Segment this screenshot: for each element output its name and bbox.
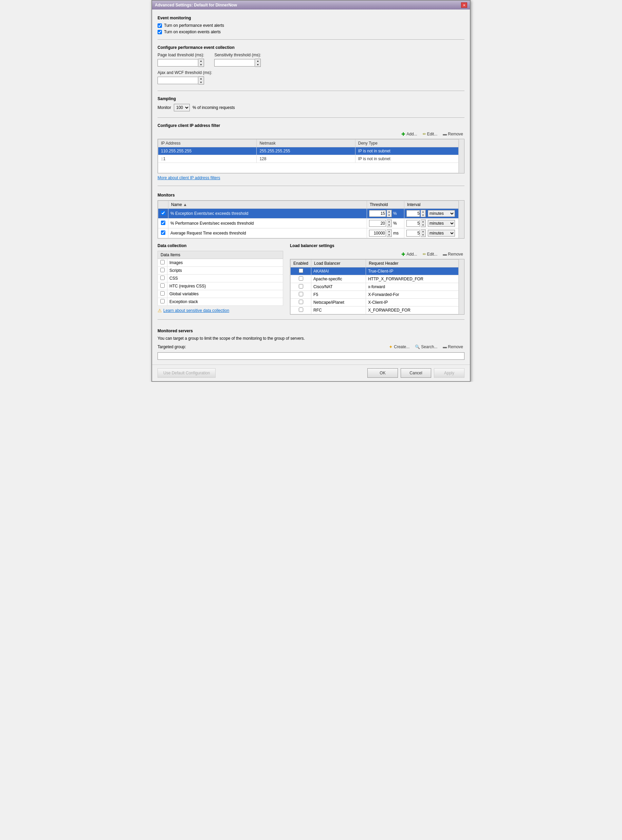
threshold-down[interactable]: ▼ [387, 233, 392, 237]
title-bar: Advanced Settings: Default for DinnerNow… [152, 1, 470, 9]
sampling-row: Monitor 100 75 50 25 10 % of incoming re… [157, 104, 465, 111]
ip-remove-label: Remove [448, 132, 463, 137]
close-button[interactable]: ✕ [461, 2, 467, 8]
monitor-checkbox[interactable] [161, 230, 165, 235]
page-load-spinner: 15000 ▲ ▼ [157, 59, 204, 67]
lb-header-cell: X-Forwarded-For [366, 291, 459, 299]
threshold-up[interactable]: ▲ [387, 220, 392, 223]
lb-enabled-checkbox[interactable] [299, 292, 303, 296]
monitor-threshold-input[interactable] [369, 230, 386, 237]
table-row[interactable]: F5 X-Forwarded-For [291, 291, 459, 299]
monitor-name-cell: % Performance Events/sec exceeds thresho… [168, 219, 367, 228]
ip-remove-button[interactable]: ▬ Remove [441, 131, 465, 137]
item-exception-label: Exception stack [168, 298, 283, 306]
ip-filter-link[interactable]: More about client IP address filters [157, 175, 220, 180]
sampling-select[interactable]: 100 75 50 25 10 [174, 104, 190, 111]
monitor-interval-input[interactable] [406, 220, 420, 227]
monitor-row[interactable]: Average Request Time exceeds threshold ▲… [158, 228, 459, 238]
ajax-label: Ajax and WCF threshold (ms): [157, 70, 465, 75]
table-row[interactable]: Cisco/NAT x-forward [291, 283, 459, 291]
item-css-checkbox[interactable] [160, 275, 165, 280]
apply-button[interactable]: Apply [434, 368, 465, 378]
ip-cell: ::1 [158, 155, 257, 163]
bottom-bar: Use Default Configuration OK Cancel Appl… [152, 365, 470, 381]
page-load-input[interactable]: 15000 [157, 59, 198, 67]
table-row[interactable]: RFC X_FORWARDED_FOR [291, 306, 459, 314]
sensitivity-label: Sensitivity threshold (ms): [214, 53, 261, 57]
item-scripts-checkbox[interactable] [160, 268, 165, 272]
interval-unit-select[interactable]: minutes hours seconds [428, 230, 455, 237]
monitor-row[interactable]: % Performance Events/sec exceeds thresho… [158, 219, 459, 228]
interval-down[interactable]: ▼ [421, 213, 425, 217]
ip-filter-title: Configure client IP address filter [157, 123, 465, 128]
targeted-search-button[interactable]: 🔍 Search... [413, 344, 439, 350]
lb-enabled-checkbox[interactable] [299, 268, 303, 273]
item-exception-checkbox[interactable] [160, 299, 165, 303]
monitor-row[interactable]: % Exception Events/sec exceeds threshold… [158, 209, 459, 219]
page-load-up-btn[interactable]: ▲ [198, 59, 204, 63]
threshold-up[interactable]: ▲ [387, 210, 392, 213]
ajax-up-btn[interactable]: ▲ [198, 77, 204, 81]
perf-alert-checkbox[interactable] [157, 23, 162, 28]
monitor-checkbox[interactable] [161, 221, 165, 225]
interval-unit-select[interactable]: minutes hours seconds [428, 210, 455, 217]
lb-remove-button[interactable]: ▬ Remove [441, 251, 465, 257]
sensitivity-spinner-btns: ▲ ▼ [255, 59, 261, 67]
lb-table-scrollbar[interactable] [459, 259, 464, 314]
sensitivity-input[interactable]: 3000 [214, 59, 255, 67]
netmask-col-header: Netmask [257, 140, 355, 147]
targeted-remove-button[interactable]: ▬ Remove [441, 344, 465, 350]
threshold-fields: Page load threshold (ms): 15000 ▲ ▼ Sens… [157, 53, 465, 67]
lb-enabled-checkbox[interactable] [299, 284, 303, 289]
lb-enabled-checkbox[interactable] [299, 300, 303, 304]
use-default-button[interactable]: Use Default Configuration [157, 368, 216, 378]
monitor-checkbox[interactable] [161, 211, 165, 215]
monitor-interval-input[interactable] [406, 230, 420, 237]
table-row[interactable]: AKAMAI True-Client-IP [291, 268, 459, 275]
sensitivity-field: Sensitivity threshold (ms): 3000 ▲ ▼ [214, 53, 261, 67]
sensitivity-down-btn[interactable]: ▼ [255, 63, 261, 67]
ajax-input[interactable]: 5000 [157, 77, 198, 84]
item-images-checkbox[interactable] [160, 260, 165, 265]
ok-button[interactable]: OK [367, 368, 398, 378]
table-row[interactable]: ::1 128 IP is not in subnet [158, 155, 459, 163]
ip-add-button[interactable]: ✚ Add... [400, 131, 418, 137]
lb-edit-button[interactable]: ✏ Edit... [421, 251, 439, 257]
list-item: Global variables [158, 290, 283, 298]
table-row[interactable]: Netscape/iPlanet X-Client-IP [291, 299, 459, 306]
item-htc-checkbox[interactable] [160, 283, 165, 288]
table-row[interactable]: 110.255.255.255 255.255.255.255 IP is no… [158, 147, 459, 155]
monitor-interval-input[interactable] [406, 210, 420, 217]
page-load-down-btn[interactable]: ▼ [198, 63, 204, 67]
ip-edit-button[interactable]: ✏ Edit... [421, 131, 439, 137]
ip-table-scrollbar[interactable] [459, 139, 464, 173]
cancel-button[interactable]: Cancel [401, 368, 431, 378]
targeted-group-input[interactable] [157, 352, 465, 360]
interval-up[interactable]: ▲ [421, 230, 425, 233]
bottom-right: OK Cancel Apply [367, 368, 465, 378]
exception-alert-checkbox[interactable] [157, 30, 162, 34]
threshold-down[interactable]: ▼ [387, 213, 392, 217]
threshold-up[interactable]: ▲ [387, 230, 392, 233]
targeted-create-button[interactable]: ✦ Create... [387, 344, 411, 350]
monitors-table-scrollbar[interactable] [459, 201, 464, 238]
interval-up[interactable]: ▲ [421, 220, 425, 223]
monitor-threshold-input[interactable] [369, 210, 386, 217]
lb-add-button[interactable]: ✚ Add... [400, 251, 418, 257]
main-window: Advanced Settings: Default for DinnerNow… [151, 0, 471, 382]
ajax-down-btn[interactable]: ▼ [198, 81, 204, 84]
lb-name-cell: AKAMAI [311, 268, 366, 275]
monitor-threshold-input[interactable] [369, 220, 386, 227]
sensitivity-up-btn[interactable]: ▲ [255, 59, 261, 63]
table-row[interactable]: Apache-specific HTTP_X_FORWARDED_FOR [291, 275, 459, 283]
monitor-name-cell: Average Request Time exceeds threshold [168, 228, 367, 238]
lb-enabled-checkbox[interactable] [299, 276, 303, 281]
lb-enabled-checkbox[interactable] [299, 307, 303, 312]
item-globalvars-checkbox[interactable] [160, 291, 165, 295]
interval-down[interactable]: ▼ [421, 223, 425, 227]
threshold-down[interactable]: ▼ [387, 223, 392, 227]
interval-down[interactable]: ▼ [421, 233, 425, 237]
sensitive-data-link[interactable]: Learn about sensitive data collection [163, 308, 229, 313]
interval-unit-select[interactable]: minutes hours seconds [428, 220, 455, 227]
interval-up[interactable]: ▲ [421, 210, 425, 213]
